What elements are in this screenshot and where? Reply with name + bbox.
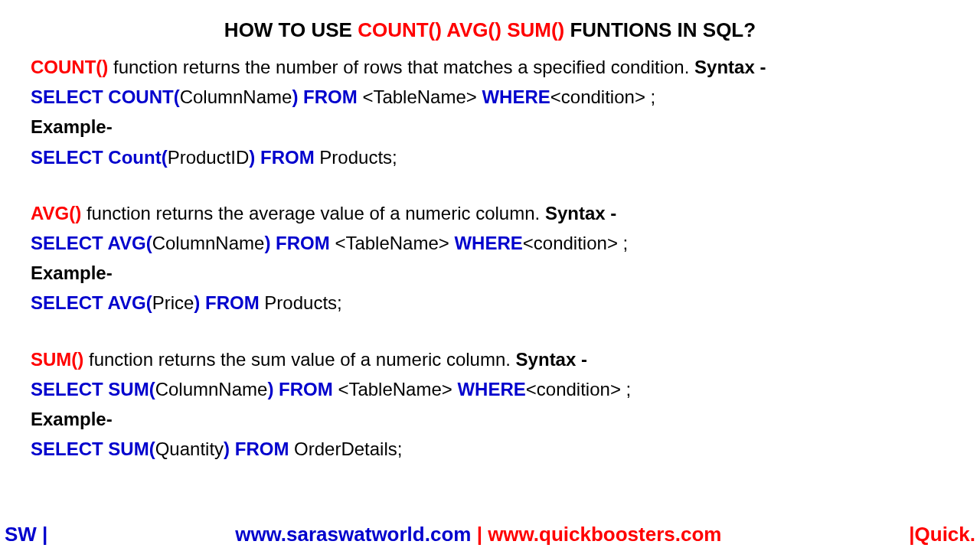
- footer: SW | www.saraswatworld.com | www.quickbo…: [0, 523, 980, 546]
- sum-description-line: SUM() function returns the sum value of …: [31, 345, 949, 373]
- page-title: HOW TO USE COUNT() AVG() SUM() FUNTIONS …: [31, 18, 949, 42]
- sum-close-from: ) FROM: [267, 379, 338, 399]
- avg-desc: function returns the average value of a …: [81, 203, 545, 223]
- count-example-line: SELECT Count(ProductID) FROM Products;: [31, 143, 949, 171]
- count-description-line: COUNT() function returns the number of r…: [31, 53, 949, 81]
- count-desc: function returns the number of rows that…: [108, 57, 694, 77]
- count-close-from: ) FROM: [292, 86, 362, 107]
- count-ex-select: SELECT: [31, 147, 108, 168]
- avg-example-line: SELECT AVG(Price) FROM Products;: [31, 289, 949, 317]
- sum-ex-col: Quantity: [155, 439, 224, 459]
- footer-url1: www.saraswatworld.com: [235, 523, 471, 546]
- sum-example-line: SELECT SUM(Quantity) FROM OrderDetails;: [31, 435, 949, 463]
- title-highlight: COUNT() AVG() SUM(): [358, 18, 564, 41]
- avg-table: <TableName>: [335, 233, 454, 253]
- count-ex-open: Count(: [108, 147, 167, 168]
- count-example-label: Example-: [31, 112, 949, 141]
- sum-example-label: Example-: [31, 405, 949, 433]
- count-cond: <condition> ;: [550, 86, 655, 107]
- avg-ex-open: AVG(: [107, 292, 152, 313]
- avg-close-from: ) FROM: [264, 233, 335, 253]
- sum-table: <TableName>: [338, 379, 457, 399]
- avg-ex-col: Price: [152, 292, 194, 313]
- count-table: <TableName>: [362, 86, 482, 107]
- avg-ex-select: SELECT: [31, 292, 107, 313]
- count-col: ColumnName: [180, 86, 292, 107]
- count-where-kw: WHERE: [482, 86, 550, 107]
- count-func: COUNT(): [31, 57, 108, 77]
- count-ex-col: ProductID: [168, 147, 250, 168]
- avg-example-label: Example-: [31, 259, 949, 287]
- avg-select-kw: SELECT: [31, 233, 107, 253]
- sum-ex-select: SELECT: [31, 439, 108, 459]
- sum-func: SUM(): [31, 349, 83, 370]
- footer-url2: www.quickboosters.com: [488, 523, 721, 546]
- title-prefix: HOW TO USE: [224, 18, 358, 41]
- sum-where-kw: WHERE: [457, 379, 525, 399]
- sum-open: SUM(: [108, 379, 155, 399]
- footer-left: SW |: [5, 523, 47, 546]
- avg-func: AVG(): [31, 203, 81, 223]
- sum-desc: function returns the sum value of a nume…: [83, 349, 515, 370]
- footer-center: www.saraswatworld.com | www.quickbooster…: [47, 523, 909, 546]
- count-select-kw: SELECT: [31, 86, 108, 107]
- avg-syntax-label: Syntax -: [545, 203, 616, 223]
- avg-col: ColumnName: [152, 233, 265, 253]
- count-syntax-line: SELECT COUNT(ColumnName) FROM <TableName…: [31, 83, 949, 111]
- avg-ex-tail: Products;: [264, 292, 341, 313]
- avg-syntax-line: SELECT AVG(ColumnName) FROM <TableName> …: [31, 229, 949, 257]
- sum-cond: <condition> ;: [526, 379, 631, 399]
- avg-description-line: AVG() function returns the average value…: [31, 199, 949, 227]
- footer-sep: |: [471, 523, 488, 546]
- avg-where-kw: WHERE: [454, 233, 522, 253]
- sum-ex-open: SUM(: [108, 439, 155, 459]
- count-ex-tail: Products;: [319, 147, 397, 168]
- avg-open: AVG(: [107, 233, 152, 253]
- sum-syntax-line: SELECT SUM(ColumnName) FROM <TableName> …: [31, 375, 949, 403]
- sum-col: ColumnName: [155, 379, 268, 399]
- sum-select-kw: SELECT: [31, 379, 108, 399]
- sum-ex-tail: OrderDetails;: [294, 439, 402, 459]
- avg-ex-close: ) FROM: [194, 292, 264, 313]
- count-syntax-label: Syntax -: [694, 57, 766, 77]
- sum-syntax-label: Syntax -: [516, 349, 587, 370]
- content-body: COUNT() function returns the number of r…: [31, 53, 949, 463]
- count-ex-close: ) FROM: [249, 147, 319, 168]
- footer-right: |Quick.: [909, 523, 975, 546]
- avg-cond: <condition> ;: [523, 233, 628, 253]
- title-suffix: FUNTIONS IN SQL?: [564, 18, 756, 41]
- sum-ex-close: ) FROM: [224, 439, 294, 459]
- count-open: COUNT(: [108, 86, 179, 107]
